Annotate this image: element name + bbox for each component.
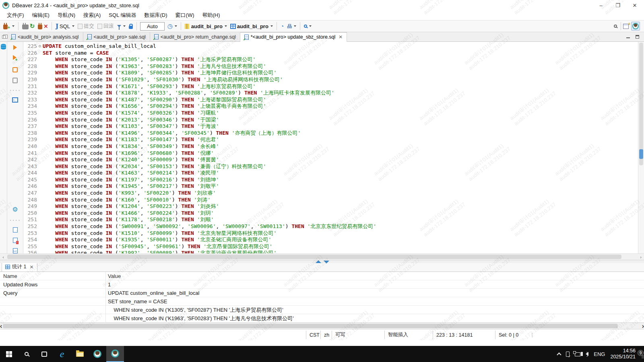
tab-close-icon[interactable]: ✕	[339, 34, 343, 40]
status-writable[interactable]: 可写	[332, 331, 384, 339]
table-row[interactable]: QueryUPDATE custom_online_sale_bill_loca…	[0, 289, 644, 297]
tab-sale-sql[interactable]: <audit_bi_pro> sale.sql	[83, 32, 150, 41]
tray-expand-icon[interactable]	[557, 352, 561, 357]
minimize-view-icon[interactable]	[626, 37, 630, 39]
tab-update-sbz-store-sql[interactable]: *<audit_bi_pro> update_sbz_store.sql ✕	[240, 32, 347, 42]
panel-splitter[interactable]	[0, 260, 644, 263]
transaction-log-button[interactable]	[116, 24, 127, 29]
code-line[interactable]: 249 WHEN store_code IN ('K1204', 'SF0022…	[23, 203, 638, 210]
rollback-button[interactable]: 回滚	[96, 21, 116, 31]
sql-code-editor[interactable]: 225⊖UPDATE custom_online_sale_bill_local…	[23, 42, 638, 253]
data-search-button[interactable]	[302, 23, 313, 29]
table-row[interactable]: WHEN store_code IN ('K1963', 'SF00283') …	[0, 314, 644, 323]
restore-pane-icon[interactable]	[2, 35, 6, 39]
scroll-left-arrow[interactable]: ‹	[0, 255, 6, 259]
code-line[interactable]: 251 WHEN store_code IN ('K1178', 'SF0021…	[23, 216, 638, 223]
table-row[interactable]: WHEN store_code IN ('K1305', 'SF00287') …	[0, 306, 644, 314]
menu-file[interactable]: 文件(F)	[3, 10, 28, 20]
code-line[interactable]: 247 WHEN store_code IN ('K993', 'SF00220…	[23, 190, 638, 197]
code-line[interactable]: 255 WHEN store_code IN ('SF00945', 'SF00…	[23, 243, 638, 250]
minimize-button[interactable]: –	[598, 2, 604, 8]
code-line[interactable]: 242 WHEN store_code IN ('K1240', 'SF0000…	[23, 156, 638, 163]
speaker-icon[interactable]	[586, 352, 588, 356]
taskbar-clock[interactable]: 14:56 2025/10/21	[610, 348, 636, 360]
code-line[interactable]: 236 WHEN store_code IN ('K2013', 'SF0034…	[23, 117, 638, 123]
network-icon[interactable]	[575, 352, 580, 356]
internet-explorer-button[interactable]: e	[53, 346, 71, 362]
connect-button[interactable]	[21, 22, 28, 31]
code-line[interactable]: 235 WHEN store_code IN ('K1574', 'SF0032…	[23, 110, 638, 117]
table-row[interactable]: SET store_name = CASE	[0, 297, 644, 306]
script-template-icon[interactable]	[13, 248, 18, 253]
code-line[interactable]: 248 WHEN store_code IN ('K160', 'SF00010…	[23, 197, 638, 204]
file-explorer-button[interactable]	[71, 346, 89, 362]
code-line[interactable]: 246 WHEN store_code IN ('K1945', 'SF0021…	[23, 183, 638, 190]
code-line[interactable]: 241 WHEN store_code IN ('K1696', 'SF0068…	[23, 150, 638, 157]
code-line[interactable]: 254 WHEN store_code IN ('K1935', 'SF0001…	[23, 237, 638, 243]
code-line[interactable]: 229 WHEN store_code IN ('K1809', 'SF0028…	[23, 70, 638, 76]
database-selector[interactable]: audit_bi_pro	[229, 22, 275, 31]
menu-navigate[interactable]: 导航(N)	[54, 10, 79, 20]
dbeaver-taskbar-button[interactable]	[89, 346, 106, 362]
menu-search[interactable]: 搜索(A)	[80, 10, 104, 20]
tab-analysis-sql[interactable]: <audit_bi_pro> analysis.sql	[7, 32, 83, 41]
maximize-view-icon[interactable]	[636, 35, 639, 39]
scroll-right-arrow[interactable]: ›	[638, 255, 644, 259]
autocommit-combo[interactable]: Auto	[140, 22, 165, 31]
connection-selector[interactable]: audit_bi_pro	[183, 22, 229, 31]
language-indicator[interactable]: ENG	[594, 351, 605, 357]
taskbar-search-button[interactable]	[18, 346, 35, 362]
code-line[interactable]: 238 WHEN store_code IN ('K1496', 'SF0034…	[23, 130, 638, 137]
execute-new-tab-button[interactable]: +	[13, 55, 18, 62]
menu-help[interactable]: 帮助(H)	[198, 10, 223, 20]
sql-editor-button[interactable]: J SQL	[54, 22, 76, 31]
menu-database[interactable]: 数据库(D)	[141, 10, 171, 20]
status-overflow-icon[interactable]: ⋮	[526, 331, 535, 339]
code-line[interactable]: 245 WHEN store_code IN ('K1197', 'SF0021…	[23, 177, 638, 183]
code-line[interactable]: 250 WHEN store_code IN ('K1466', 'SF0022…	[23, 210, 638, 217]
usb-icon[interactable]	[566, 352, 570, 357]
schema-compare-button[interactable]: 品	[285, 22, 298, 31]
quick-access-search[interactable]	[612, 23, 619, 29]
code-line[interactable]: 233 WHEN store_code IN ('K1487', 'SF0029…	[23, 97, 638, 103]
code-line[interactable]: 227 WHEN store_code IN ('K1305', 'SF0028…	[23, 56, 638, 63]
vertical-scrollbar[interactable]	[638, 42, 644, 253]
menu-sql-editor[interactable]: SQL 编辑器	[105, 10, 140, 20]
explain-plan-icon[interactable]	[12, 78, 18, 83]
table-row[interactable]: Updated Rows1	[0, 280, 644, 289]
dashboard-button[interactable]: ◔	[279, 22, 285, 31]
reconnect-button[interactable]: ↻	[28, 21, 37, 31]
close-button[interactable]: ✕	[632, 2, 638, 8]
column-header-name[interactable]: Name	[0, 272, 105, 280]
code-line[interactable]: 244 WHEN store_code IN ('K1463', 'SF0021…	[23, 170, 638, 177]
code-line[interactable]: 256 WHEN store_code IN ('K1992', 'SF0008…	[23, 250, 638, 253]
new-connection-button[interactable]: +	[2, 22, 16, 31]
database-navigator-icon[interactable]	[1, 44, 6, 49]
script-error-icon[interactable]	[13, 238, 18, 243]
transaction-history-button[interactable]: ◷	[166, 21, 179, 31]
stats-horizontal-scrollbar[interactable]: ‹ ›	[0, 323, 644, 329]
code-line[interactable]: 225⊖UPDATE custom_online_sale_bill_local	[23, 43, 638, 50]
start-button[interactable]	[0, 346, 18, 362]
code-line[interactable]: 239 WHEN store_code IN ('K1183', 'SF0014…	[23, 136, 638, 143]
scroll-right-arrow[interactable]: ›	[642, 323, 644, 330]
execute-statement-icon[interactable]	[13, 45, 17, 50]
task-view-button[interactable]	[35, 346, 53, 362]
status-caret-position[interactable]: 223 : 13 : 14181	[433, 331, 495, 339]
open-perspective-icon[interactable]	[623, 24, 629, 29]
editor-horizontal-scrollbar[interactable]: ‹ ›	[0, 253, 644, 260]
execute-script-icon[interactable]	[12, 67, 18, 72]
code-line[interactable]: 231 WHEN store_code IN ('K1671', 'SF0029…	[23, 83, 638, 90]
column-header-value[interactable]: Value	[105, 272, 121, 280]
tab-return-change-sql[interactable]: <audit_bi_pro> return_change.sql	[150, 32, 240, 41]
tab-close-icon[interactable]: ✕	[29, 264, 33, 270]
disconnect-button[interactable]: ✕	[36, 22, 50, 31]
lock-button[interactable]	[127, 23, 134, 30]
export-script-icon[interactable]	[13, 227, 18, 232]
code-line[interactable]: 253 WHEN store_code IN ('K1510', 'SF0009…	[23, 230, 638, 237]
console-icon[interactable]: ›_	[12, 97, 18, 103]
tab-statistics[interactable]: 统计 1 ✕	[2, 262, 37, 272]
code-line[interactable]: 228 WHEN store_code IN ('K1963', 'SF0028…	[23, 63, 638, 70]
code-line[interactable]: 240 WHEN store_code IN ('K1834', 'SF0034…	[23, 143, 638, 150]
code-line[interactable]: 243 WHEN store_code IN ('K2034', 'SF0015…	[23, 163, 638, 170]
